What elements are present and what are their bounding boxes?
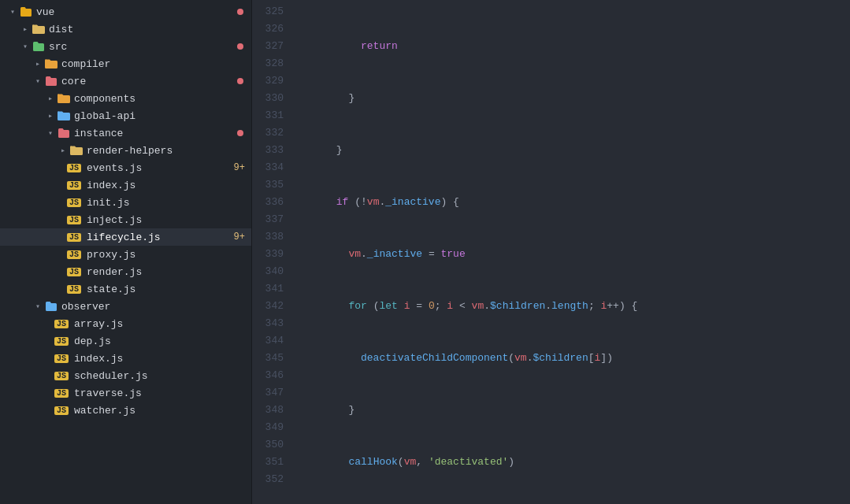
js-file-icon: JS xyxy=(57,389,71,398)
file-label: events.js xyxy=(87,162,142,174)
file-label: index.js xyxy=(87,180,135,191)
file-label: lifecycle.js xyxy=(87,232,161,243)
sidebar-item-core[interactable]: core xyxy=(0,72,251,90)
arrow-icon[interactable] xyxy=(44,94,57,103)
js-file-icon: JS xyxy=(69,181,84,190)
sidebar-item-src[interactable]: src xyxy=(0,38,251,55)
folder-icon xyxy=(57,127,71,139)
sidebar-item-instance[interactable]: instance xyxy=(0,124,251,142)
code-line-325: return xyxy=(293,38,837,55)
code-editor: 325 326 327 328 329 330 331 332 333 334 … xyxy=(252,0,850,504)
sidebar-item-proxy.js[interactable]: JSproxy.js xyxy=(0,246,251,263)
code-line-326: } xyxy=(293,90,837,107)
file-label: inject.js xyxy=(87,214,142,226)
arrow-icon[interactable] xyxy=(19,24,32,34)
code-line-332: } xyxy=(293,402,837,419)
sidebar-item-events.js[interactable]: JSevents.js9+ xyxy=(0,159,251,176)
sidebar-item-dist[interactable]: dist xyxy=(0,20,251,38)
line-numbers: 325 326 327 328 329 330 331 332 333 334 … xyxy=(252,0,293,504)
arrow-icon[interactable] xyxy=(57,146,69,155)
sidebar-item-index.js[interactable]: JSindex.js xyxy=(0,176,251,194)
sidebar-item-watcher.js[interactable]: JSwatcher.js xyxy=(0,402,251,419)
code-line-333: callHook(vm, 'deactivated') xyxy=(293,454,837,471)
change-count-badge: 9+ xyxy=(234,162,245,173)
arrow-icon[interactable] xyxy=(44,111,57,120)
file-label: render.js xyxy=(87,266,142,278)
change-count-badge: 9+ xyxy=(234,232,245,243)
sidebar-item-traverse.js[interactable]: JStraverse.js xyxy=(0,384,251,402)
folder-label: compiler xyxy=(61,58,110,70)
file-label: state.js xyxy=(87,284,135,295)
js-file-icon: JS xyxy=(57,372,71,380)
sidebar-item-inject.js[interactable]: JSinject.js xyxy=(0,211,251,228)
folder-label: global-api xyxy=(74,110,135,122)
code-line-329: vm._inactive = true xyxy=(293,246,837,263)
file-label: array.js xyxy=(74,318,123,330)
folder-icon xyxy=(19,6,33,18)
file-label: traverse.js xyxy=(74,387,142,399)
js-file-icon: JS xyxy=(69,285,84,294)
folder-icon xyxy=(57,109,71,122)
file-label: dep.js xyxy=(74,335,111,347)
js-file-icon: JS xyxy=(69,164,84,172)
folder-icon xyxy=(44,57,58,70)
arrow-icon[interactable] xyxy=(32,76,44,86)
folder-icon xyxy=(44,75,58,87)
sidebar-item-vue[interactable]: vue xyxy=(0,3,251,20)
sidebar-item-compiler[interactable]: compiler xyxy=(0,55,251,72)
js-file-icon: JS xyxy=(57,337,71,346)
sidebar-item-dep.js[interactable]: JSdep.js xyxy=(0,332,251,350)
folder-label: render-helpers xyxy=(87,145,173,157)
folder-icon xyxy=(69,144,84,157)
sidebar-item-observer[interactable]: observer xyxy=(0,298,251,315)
file-label: index.js xyxy=(74,353,123,365)
sidebar-item-index2.js[interactable]: JSindex.js xyxy=(0,350,251,367)
sidebar-item-array.js[interactable]: JSarray.js xyxy=(0,315,251,332)
file-explorer[interactable]: vue dist src compiler core components gl… xyxy=(0,0,252,504)
js-file-icon: JS xyxy=(57,320,71,328)
arrow-icon[interactable] xyxy=(32,302,44,311)
change-indicator xyxy=(237,43,243,50)
folder-icon xyxy=(32,40,46,53)
folder-icon xyxy=(32,23,46,35)
code-line-328: if (!vm._inactive) { xyxy=(293,194,837,211)
code-line-330: for (let i = 0; i < vm.$children.length;… xyxy=(293,298,837,315)
folder-label: components xyxy=(74,93,135,105)
folder-icon xyxy=(44,300,58,313)
folder-label: instance xyxy=(74,128,123,139)
code-line-327: } xyxy=(293,142,837,159)
file-label: proxy.js xyxy=(87,249,135,261)
js-file-icon: JS xyxy=(57,406,71,415)
file-label: scheduler.js xyxy=(74,370,148,382)
sidebar-item-lifecycle.js[interactable]: JSlifecycle.js9+ xyxy=(0,228,251,246)
sidebar-item-scheduler.js[interactable]: JSscheduler.js xyxy=(0,367,251,384)
arrow-icon[interactable] xyxy=(19,42,32,51)
arrow-icon[interactable] xyxy=(6,7,19,17)
js-file-icon: JS xyxy=(69,268,84,276)
change-indicator xyxy=(237,9,243,15)
js-file-icon: JS xyxy=(69,198,84,207)
sidebar-item-components[interactable]: components xyxy=(0,90,251,107)
arrow-icon[interactable] xyxy=(32,59,44,69)
file-label: watcher.js xyxy=(74,405,135,417)
js-file-icon: JS xyxy=(69,233,84,242)
file-label: init.js xyxy=(87,197,130,209)
code-line-331: deactivateChildComponent(vm.$children[i]… xyxy=(293,350,837,367)
folder-label: vue xyxy=(36,6,54,18)
change-indicator xyxy=(237,130,243,136)
js-file-icon: JS xyxy=(57,354,71,363)
js-file-icon: JS xyxy=(69,216,84,224)
folder-label: core xyxy=(61,76,86,87)
sidebar-item-render-helpers[interactable]: render-helpers xyxy=(0,142,251,159)
change-indicator xyxy=(237,78,243,84)
sidebar-item-render.js[interactable]: JSrender.js xyxy=(0,263,251,280)
sidebar-item-init.js[interactable]: JSinit.js xyxy=(0,194,251,211)
folder-icon xyxy=(57,92,71,105)
folder-label: observer xyxy=(61,301,110,313)
code-content: return } } if (!vm._inactive) { vm._inac… xyxy=(293,0,850,504)
arrow-icon[interactable] xyxy=(44,128,57,138)
sidebar-item-state.js[interactable]: JSstate.js xyxy=(0,280,251,298)
folder-label: src xyxy=(49,41,67,53)
sidebar-item-global-api[interactable]: global-api xyxy=(0,107,251,124)
js-file-icon: JS xyxy=(69,250,84,259)
